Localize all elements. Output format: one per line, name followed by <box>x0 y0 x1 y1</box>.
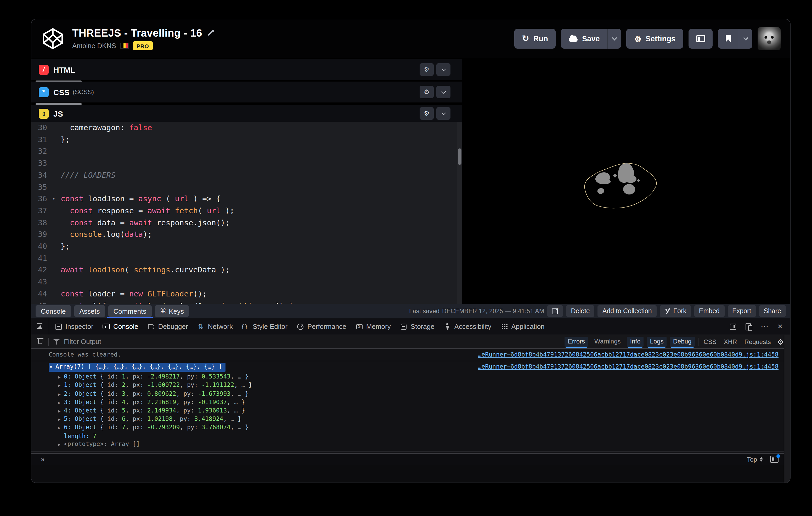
devtools-tab-console[interactable]: Console <box>98 318 143 335</box>
bookmark-dropdown-button[interactable] <box>739 29 752 49</box>
array-item-row[interactable]: ▶0: Object { id: 1, px: -2.498217, py: 0… <box>49 373 779 381</box>
array-item-row[interactable]: ▶3: Object { id: 4, px: 2.216819, py: -0… <box>49 398 779 407</box>
expand-arrow-icon[interactable]: ▶ <box>58 382 64 390</box>
devtools-tab-application[interactable]: Application <box>496 318 549 335</box>
filter-level-logs[interactable]: Logs <box>647 337 667 346</box>
array-item-row[interactable]: ▶6: Object { id: 7, px: -0.793209, py: 3… <box>49 424 779 432</box>
drawer-tab-keys[interactable]: ⌘Keys <box>154 305 189 317</box>
code-line[interactable]: 31 }; <box>31 133 462 145</box>
array-item-row[interactable]: ▶4: Object { id: 5, px: 2.149934, py: 1.… <box>49 407 779 415</box>
devtools-scrollbar-track[interactable] <box>784 335 790 483</box>
edit-title-icon[interactable] <box>208 31 213 36</box>
split-console-button[interactable] <box>770 456 779 463</box>
devtools-tab-accessibility[interactable]: Accessibility <box>439 318 496 335</box>
code-line[interactable]: 45 const gltf = await loader.loadAsync( … <box>31 300 462 304</box>
share-button[interactable]: Share <box>759 305 786 317</box>
code-line[interactable]: 44 const loader = new GLTFLoader(); <box>31 288 462 300</box>
js-editor-header[interactable]: () JS ⚙ <box>31 105 462 122</box>
open-live-view-button[interactable] <box>547 305 563 317</box>
code-line[interactable]: 32 <box>31 146 462 157</box>
code-line[interactable]: 35 <box>31 181 462 193</box>
js-code-editor[interactable]: 30 camerawagon: false31 };32 33 34 //// … <box>31 122 462 304</box>
console-input-row[interactable]: » Top <box>31 453 790 465</box>
css-collapse-button[interactable] <box>436 86 451 98</box>
filter-level-info[interactable]: Info <box>627 337 644 346</box>
responsive-mode-button[interactable] <box>742 320 755 333</box>
expand-arrow-icon[interactable]: ▼ <box>50 363 55 371</box>
prototype-row[interactable]: ▶<prototype>: Array [] <box>49 440 779 449</box>
code-line[interactable]: 42 await loadJson( settings.curveData ); <box>31 264 462 276</box>
filter-level-debug[interactable]: Debug <box>670 337 695 346</box>
devtools-tab-memory[interactable]: Memory <box>351 318 396 335</box>
settings-button[interactable]: ⚙ Settings <box>627 29 683 49</box>
code-line[interactable]: 34 //// LOADERS <box>31 170 462 181</box>
array-item-row[interactable]: ▶5: Object { id: 6, px: 1.02198, py: 3.4… <box>49 415 779 423</box>
code-line[interactable]: 30 camerawagon: false <box>31 122 462 133</box>
js-collapse-button[interactable] <box>436 107 451 120</box>
fold-arrow-icon[interactable]: ▾ <box>52 193 61 205</box>
html-settings-button[interactable]: ⚙ <box>419 63 434 76</box>
fork-button[interactable]: Fork <box>660 305 691 317</box>
add-to-collection-button[interactable]: Add to Collection <box>598 305 657 317</box>
array-item-row[interactable]: ▶2: Object { id: 3, px: 0.809622, py: -1… <box>49 390 779 398</box>
source-link[interactable]: …eRunner–6d8bf8b4b479137260842506acbb127… <box>478 351 779 358</box>
filter-level-warnings[interactable]: Warnings <box>591 337 624 346</box>
pick-element-button[interactable] <box>31 318 49 335</box>
code-line[interactable]: 36▾const loadJson = async ( url ) => { <box>31 193 462 205</box>
code-line[interactable]: 41 <box>31 252 462 264</box>
preview-pane[interactable] <box>462 58 790 304</box>
filter-category-css[interactable]: CSS <box>701 338 718 345</box>
frame-selector[interactable]: Top <box>747 456 763 463</box>
more-button[interactable] <box>758 320 771 333</box>
filter-output-input[interactable]: Filter Output <box>53 338 560 345</box>
bookmark-button[interactable] <box>718 29 739 49</box>
dock-side-button[interactable] <box>726 320 740 333</box>
devtools-tab-debugger[interactable]: Debugger <box>143 318 193 335</box>
console-input-area[interactable] <box>31 465 790 483</box>
html-editor-header[interactable]: / HTML ⚙ <box>31 59 462 80</box>
filter-category-xhr[interactable]: XHR <box>722 338 739 345</box>
devtools-tab-inspector[interactable]: Inspector <box>50 318 98 335</box>
array-header-selected[interactable]: ▼Array(7) [ {…}, {…}, {…}, {…}, {…}, {…}… <box>49 363 225 372</box>
expand-arrow-icon[interactable]: ▶ <box>58 373 64 381</box>
drawer-tab-assets[interactable]: Assets <box>74 305 105 317</box>
expand-arrow-icon[interactable]: ▶ <box>58 424 64 432</box>
expand-arrow-icon[interactable]: ▶ <box>58 407 64 415</box>
expand-arrow-icon[interactable]: ▶ <box>58 416 64 423</box>
devtools-tab-style-editor[interactable]: Style Editor <box>237 318 292 335</box>
pen-author[interactable]: Antoine DKNS <box>72 42 116 50</box>
code-line[interactable]: 40 }; <box>31 241 462 252</box>
save-button[interactable]: Save <box>561 29 608 49</box>
code-line[interactable]: 39 console.log(data); <box>31 229 462 241</box>
drawer-tab-comments[interactable]: Comments <box>108 305 151 317</box>
run-button[interactable]: ↻ Run <box>514 29 556 49</box>
devtools-tab-performance[interactable]: Performance <box>292 318 351 335</box>
css-editor-header[interactable]: * CSS (SCSS) ⚙ <box>31 82 462 102</box>
code-line[interactable]: 37 const response = await fetch( url ); <box>31 205 462 217</box>
css-editor-scrollbar[interactable] <box>36 103 82 105</box>
html-collapse-button[interactable] <box>436 63 451 76</box>
filter-category-requests[interactable]: Requests <box>742 338 773 345</box>
drawer-tab-console[interactable]: Console <box>36 305 71 317</box>
delete-button[interactable]: Delete <box>566 305 594 317</box>
save-dropdown-button[interactable] <box>608 29 621 49</box>
console-settings-icon[interactable]: ⚙ <box>777 337 784 346</box>
code-line[interactable]: 33 <box>31 157 462 169</box>
css-settings-button[interactable]: ⚙ <box>419 86 434 98</box>
array-item-row[interactable]: ▶1: Object { id: 2, px: -1.600722, py: -… <box>49 382 779 390</box>
clear-console-button[interactable] <box>37 337 44 346</box>
user-avatar[interactable] <box>758 27 781 50</box>
codepen-logo-icon[interactable] <box>41 27 65 51</box>
code-scrollbar-thumb[interactable] <box>458 149 461 165</box>
layout-button[interactable] <box>689 29 713 49</box>
expand-arrow-icon[interactable]: ▶ <box>58 390 64 398</box>
expand-arrow-icon[interactable]: ▶ <box>58 441 64 449</box>
code-line[interactable]: 38 const data = await response.json(); <box>31 217 462 229</box>
export-button[interactable]: Export <box>727 305 756 317</box>
js-settings-button[interactable]: ⚙ <box>419 107 434 120</box>
console-row-cleared[interactable]: Console was cleared.…eRunner–6d8bf8b4b47… <box>31 349 790 361</box>
source-link[interactable]: …eRunner–6d8bf8b4b479137260842506acbb127… <box>478 363 779 372</box>
devtools-tab-storage[interactable]: Storage <box>396 318 439 335</box>
code-line[interactable]: 43 <box>31 276 462 288</box>
array-header-row[interactable]: ▼Array(7) [ {…}, {…}, {…}, {…}, {…}, {…}… <box>49 363 779 372</box>
